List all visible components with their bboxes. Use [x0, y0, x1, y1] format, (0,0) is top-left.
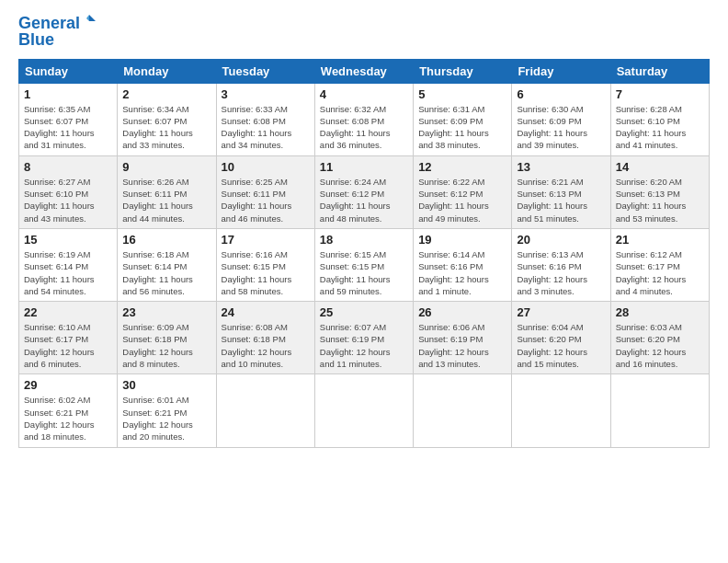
day-number: 3: [222, 87, 310, 101]
day-info-text: Sunrise: 6:06 AM: [418, 321, 506, 333]
day-info-text: and 41 minutes.: [616, 139, 704, 151]
calendar-day-23: 23Sunrise: 6:09 AMSunset: 6:18 PMDayligh…: [118, 302, 216, 374]
day-info-text: Sunset: 6:13 PM: [517, 188, 605, 200]
day-number: 2: [122, 87, 210, 101]
day-number: 22: [24, 305, 112, 319]
day-info-text: Sunrise: 6:20 AM: [616, 176, 704, 188]
day-number: 16: [122, 233, 210, 247]
day-number: 9: [122, 160, 210, 174]
day-number: 30: [122, 378, 210, 392]
day-number: 8: [24, 160, 112, 174]
calendar-week-row: 22Sunrise: 6:10 AMSunset: 6:17 PMDayligh…: [19, 302, 710, 374]
day-info-text: Sunrise: 6:22 AM: [418, 176, 506, 188]
day-number: 20: [517, 233, 605, 247]
calendar-day-3: 3Sunrise: 6:33 AMSunset: 6:08 PMDaylight…: [216, 83, 314, 155]
day-info-text: and 54 minutes.: [24, 285, 112, 297]
day-info-text: and 36 minutes.: [320, 139, 408, 151]
day-info-text: Sunrise: 6:07 AM: [320, 321, 408, 333]
day-info-text: Daylight: 11 hours: [616, 200, 704, 212]
day-info-text: and 59 minutes.: [320, 285, 408, 297]
day-info-text: and 8 minutes.: [122, 358, 210, 370]
calendar-day-22: 22Sunrise: 6:10 AMSunset: 6:17 PMDayligh…: [19, 302, 118, 374]
day-info-text: Sunrise: 6:24 AM: [320, 176, 408, 188]
calendar-day-9: 9Sunrise: 6:26 AMSunset: 6:11 PMDaylight…: [118, 155, 216, 228]
calendar-day-1: 1Sunrise: 6:35 AMSunset: 6:07 PMDaylight…: [19, 83, 118, 155]
day-info-text: Daylight: 12 hours: [122, 346, 210, 358]
day-number: 13: [517, 160, 605, 174]
day-info-text: Daylight: 11 hours: [616, 127, 704, 139]
day-info-text: Sunset: 6:17 PM: [24, 333, 112, 345]
day-info-text: Daylight: 11 hours: [24, 200, 112, 212]
day-number: 14: [616, 160, 704, 174]
calendar-day-19: 19Sunrise: 6:14 AMSunset: 6:16 PMDayligh…: [414, 228, 512, 301]
day-header-sunday: Sunday: [19, 59, 118, 83]
day-info-text: Daylight: 11 hours: [320, 200, 408, 212]
calendar-table: SundayMondayTuesdayWednesdayThursdayFrid…: [18, 59, 710, 448]
calendar-day-26: 26Sunrise: 6:06 AMSunset: 6:19 PMDayligh…: [414, 302, 512, 374]
day-info-text: Sunrise: 6:27 AM: [24, 176, 112, 188]
day-info-text: Sunset: 6:12 PM: [320, 188, 408, 200]
calendar-day-24: 24Sunrise: 6:08 AMSunset: 6:18 PMDayligh…: [216, 302, 314, 374]
day-info-text: Sunrise: 6:12 AM: [616, 248, 704, 260]
day-number: 28: [616, 305, 704, 319]
day-info-text: and 33 minutes.: [122, 139, 210, 151]
svg-marker-1: [86, 15, 89, 21]
day-number: 5: [418, 87, 506, 101]
calendar-day-30: 30Sunrise: 6:01 AMSunset: 6:21 PMDayligh…: [118, 374, 216, 447]
day-number: 1: [24, 87, 112, 101]
day-info-text: and 44 minutes.: [122, 213, 210, 224]
day-info-text: and 53 minutes.: [616, 213, 704, 224]
day-number: 25: [320, 305, 408, 319]
calendar-week-row: 8Sunrise: 6:27 AMSunset: 6:10 PMDaylight…: [19, 155, 710, 228]
day-info-text: Sunrise: 6:31 AM: [418, 103, 506, 115]
calendar-empty-cell: [314, 374, 413, 447]
day-info-text: Sunrise: 6:14 AM: [418, 248, 506, 260]
calendar-day-4: 4Sunrise: 6:32 AMSunset: 6:08 PMDaylight…: [314, 83, 413, 155]
day-header-saturday: Saturday: [610, 59, 709, 83]
day-info-text: Sunset: 6:12 PM: [418, 188, 506, 200]
day-number: 26: [418, 305, 506, 319]
day-info-text: Sunset: 6:19 PM: [418, 333, 506, 345]
day-number: 18: [320, 233, 408, 247]
calendar-empty-cell: [414, 374, 512, 447]
day-number: 6: [517, 87, 605, 101]
day-info-text: Sunset: 6:08 PM: [222, 115, 310, 127]
day-number: 17: [222, 233, 310, 247]
day-info-text: Daylight: 12 hours: [24, 419, 112, 431]
calendar-day-28: 28Sunrise: 6:03 AMSunset: 6:20 PMDayligh…: [610, 302, 709, 374]
day-info-text: Daylight: 12 hours: [616, 273, 704, 285]
day-info-text: Sunset: 6:18 PM: [122, 333, 210, 345]
day-info-text: and 11 minutes.: [320, 358, 408, 370]
day-info-text: Sunset: 6:07 PM: [24, 115, 112, 127]
day-info-text: Sunrise: 6:33 AM: [222, 103, 310, 115]
day-header-monday: Monday: [118, 59, 216, 83]
day-info-text: Sunset: 6:08 PM: [320, 115, 408, 127]
calendar-day-16: 16Sunrise: 6:18 AMSunset: 6:14 PMDayligh…: [118, 228, 216, 301]
day-info-text: Daylight: 12 hours: [517, 273, 605, 285]
day-info-text: and 18 minutes.: [24, 431, 112, 442]
day-info-text: Sunset: 6:16 PM: [517, 260, 605, 272]
calendar-week-row: 1Sunrise: 6:35 AMSunset: 6:07 PMDaylight…: [19, 83, 710, 155]
day-info-text: Sunset: 6:07 PM: [122, 115, 210, 127]
calendar-day-7: 7Sunrise: 6:28 AMSunset: 6:10 PMDaylight…: [610, 83, 709, 155]
day-number: 29: [24, 378, 112, 392]
day-info-text: Sunrise: 6:15 AM: [320, 248, 408, 260]
day-info-text: and 6 minutes.: [24, 358, 112, 370]
day-info-text: Sunrise: 6:28 AM: [616, 103, 704, 115]
day-info-text: Daylight: 12 hours: [222, 346, 310, 358]
day-number: 11: [320, 160, 408, 174]
day-info-text: Sunset: 6:16 PM: [418, 260, 506, 272]
logo-text-blue: Blue: [18, 31, 97, 50]
day-info-text: Daylight: 11 hours: [222, 200, 310, 212]
day-info-text: Daylight: 11 hours: [122, 273, 210, 285]
day-info-text: Sunset: 6:11 PM: [122, 188, 210, 200]
calendar-day-17: 17Sunrise: 6:16 AMSunset: 6:15 PMDayligh…: [216, 228, 314, 301]
header: General Blue: [18, 15, 710, 50]
day-info-text: and 31 minutes.: [24, 139, 112, 151]
day-info-text: Daylight: 12 hours: [418, 346, 506, 358]
day-info-text: and 13 minutes.: [418, 358, 506, 370]
day-info-text: Daylight: 11 hours: [517, 200, 605, 212]
day-info-text: Daylight: 12 hours: [418, 273, 506, 285]
day-info-text: Daylight: 11 hours: [24, 127, 112, 139]
calendar-day-12: 12Sunrise: 6:22 AMSunset: 6:12 PMDayligh…: [414, 155, 512, 228]
